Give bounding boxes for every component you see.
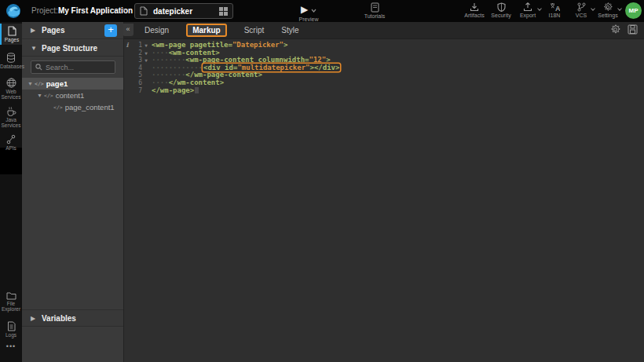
gutter-space (124, 79, 130, 87)
caret-right-icon: ▶ (31, 315, 37, 322)
tutorials-button[interactable]: Tutorials (357, 2, 392, 21)
collapse-panel-icon[interactable]: « (123, 24, 134, 36)
tree-item-page1[interactable]: ▼</>page1 (22, 78, 123, 90)
database-icon (0, 53, 22, 63)
code-line[interactable]: 6····</wm-content> (124, 79, 644, 87)
variables-section-header[interactable]: ▶ Variables (22, 309, 123, 327)
topbar-tools: ArtifactsSecurityExportAI18NVCSSettings (463, 2, 619, 18)
sidebar-item-java-services[interactable]: JavaServices (0, 104, 22, 130)
fold-caret-icon[interactable]: ▼ (142, 49, 150, 57)
code-token: </wm-content> (169, 79, 224, 86)
user-avatar[interactable]: MP (625, 2, 642, 19)
caret-down-icon: ▼ (27, 81, 34, 86)
sidebar-item-pages[interactable]: Pages (0, 24, 22, 45)
rail-label: APIs (0, 145, 22, 151)
sidebar-item-logs[interactable]: Logs (0, 319, 22, 340)
sidebar-item-web-services[interactable]: WebServices (0, 75, 22, 102)
widget-icon: </> (35, 81, 44, 87)
breadcrumb: Project:My First Application (31, 6, 133, 15)
open-page-tab[interactable]: datepicker (134, 3, 233, 19)
project-label: Project: (31, 6, 58, 15)
tool-label: Settings (597, 13, 619, 18)
gutter-space (124, 71, 130, 79)
pages-section-header[interactable]: ▶ Pages + (22, 22, 123, 39)
caret-down-icon: ▼ (31, 45, 37, 52)
caret-right-icon: ▶ (31, 27, 37, 34)
indent-whitespace: ········ (152, 56, 185, 64)
tab-script[interactable]: Script (244, 26, 265, 35)
chevron-down-icon (617, 8, 622, 11)
gutter-space (124, 64, 130, 72)
open-page-name: datepicker (153, 7, 214, 16)
tree-item-label: content1 (56, 91, 84, 100)
sidebar-item-apis[interactable]: APIs (0, 132, 22, 153)
indent-whitespace: ············ (152, 64, 203, 71)
tab-style[interactable]: Style (281, 26, 298, 35)
preview-button[interactable]: ▶ Preview (291, 2, 327, 21)
rail-label: Services (0, 122, 22, 128)
rail-label: File (0, 301, 22, 306)
tab-design[interactable]: Design (145, 26, 169, 35)
topbar-tool-vcs[interactable]: VCS (570, 2, 592, 18)
code-token: > (284, 41, 287, 49)
structure-search (31, 60, 115, 74)
page-structure-title: Page Structure (42, 44, 97, 53)
chevron-down-icon (537, 8, 542, 11)
sidebar-item-databases[interactable]: Databases (0, 50, 22, 71)
caret-down-icon: ▼ (36, 93, 43, 98)
indent-whitespace: ···· (152, 79, 169, 86)
topbar-tool-export[interactable]: Export (517, 2, 539, 18)
tree-item-page_content1[interactable]: </>page_content1 (22, 101, 123, 113)
pages-panel: ▶ Pages + ▼ Page Structure ▼</>page1▼</>… (22, 22, 123, 362)
line-number: 1 (130, 42, 142, 49)
code-token: </wm-page-content> (185, 71, 262, 79)
tree-item-content1[interactable]: ▼</>content1 (22, 90, 123, 101)
gutter-space (142, 79, 150, 87)
markup-code-editor[interactable]: i1▼<wm-page pagetitle="Datepicker">2▼···… (124, 39, 644, 362)
gutter-space (124, 57, 130, 64)
topbar-tool-settings[interactable]: Settings (597, 2, 619, 18)
code-token: "multidatepicker" (237, 64, 309, 71)
branch-icon (570, 2, 592, 12)
tab-markup[interactable]: Markup (186, 24, 227, 37)
code-token: <div id= (203, 64, 237, 71)
project-name: My First Application (58, 6, 133, 15)
tool-label: Security (490, 13, 512, 18)
sidebar-item-file-explorer[interactable]: FileExplorer (0, 289, 22, 316)
fold-caret-icon[interactable]: ▼ (142, 42, 150, 49)
code-token: "12" (309, 56, 327, 64)
gear-icon (597, 2, 619, 12)
pages-section-title: Pages (42, 26, 64, 35)
gutter-space (142, 87, 150, 95)
topbar-tool-security[interactable]: Security (490, 2, 512, 18)
more-icon[interactable]: ••• (0, 342, 22, 350)
upload-icon (517, 2, 539, 12)
api-icon (0, 134, 22, 144)
text-cursor (195, 87, 199, 93)
editor-strip-icons (610, 24, 638, 35)
search-input[interactable] (46, 64, 108, 71)
gear-icon[interactable] (610, 24, 620, 35)
coffee-icon (0, 106, 22, 116)
save-icon[interactable] (628, 24, 638, 35)
globe-icon (0, 78, 22, 88)
line-number: 6 (130, 79, 142, 87)
fold-caret-icon[interactable]: ▼ (142, 57, 150, 64)
topbar-tool-artifacts[interactable]: Artifacts (463, 2, 485, 18)
topbar-tool-i18n[interactable]: AI18N (543, 2, 565, 18)
line-number: 2 (130, 49, 142, 57)
info-icon: i (124, 42, 130, 49)
code-line[interactable]: 7</wm-page> (124, 87, 644, 95)
svg-text:A: A (555, 5, 560, 12)
wavemaker-logo-icon[interactable] (5, 3, 21, 19)
search-icon (35, 64, 42, 71)
code-token: <wm-page-content columnwidth= (185, 56, 309, 64)
tool-label: I18N (543, 13, 565, 18)
add-page-button[interactable]: + (104, 24, 117, 37)
variables-section-title: Variables (42, 314, 76, 323)
grid-icon[interactable] (219, 7, 228, 16)
rail-label: Services (0, 94, 22, 100)
pages-icon (2, 26, 22, 36)
tool-label: Artifacts (463, 13, 485, 18)
page-structure-header[interactable]: ▼ Page Structure (22, 40, 123, 57)
